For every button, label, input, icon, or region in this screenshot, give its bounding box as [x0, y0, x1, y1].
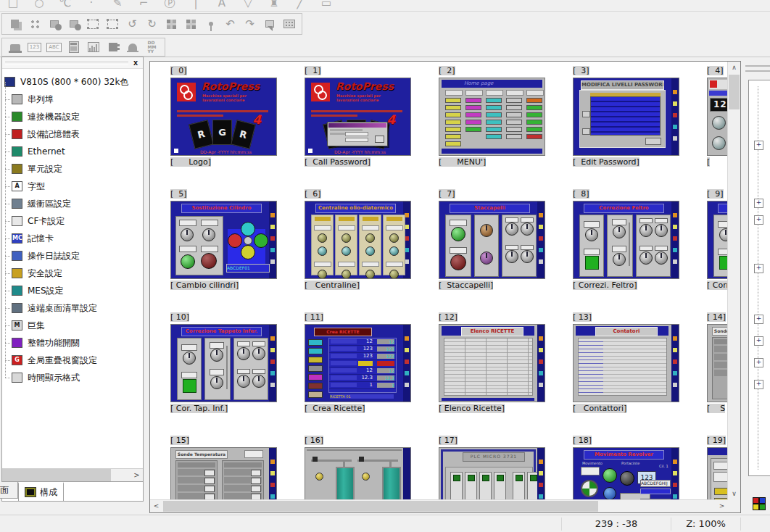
panel-grip[interactable]: [5, 62, 128, 65]
screen-thumbnail-image[interactable]: Contatori: [573, 324, 679, 402]
screen-thumbnail-image[interactable]: Crea RICETTE1212123123123123121212.312.3…: [305, 324, 411, 402]
screen-thumbnail-cell[interactable]: [ 13]Contatori[ Contattori]: [573, 312, 682, 414]
tree-item-mes-settings[interactable]: MES設定: [2, 282, 143, 299]
screen-thumbnail-cell[interactable]: [ 6]Centraline olio-diatermico[ Centrali…: [305, 189, 413, 291]
text-tool-icon[interactable]: A: [209, 0, 235, 12]
screen-thumbnail-cell[interactable]: [ 16]: [305, 436, 413, 500]
tree-expander-icon[interactable]: +: [754, 380, 763, 389]
panel-close-button[interactable]: x: [131, 57, 141, 67]
tree-expander-icon[interactable]: +: [754, 141, 763, 150]
connector-icon[interactable]: [103, 38, 123, 56]
screen-thumbnail-cell[interactable]: [ 18]Movimento RevolverMovimentoPortacin…: [573, 436, 682, 500]
screen-thumbnail-image[interactable]: [305, 447, 411, 500]
screen-thumbnail-image[interactable]: Staccapelli: [439, 201, 545, 279]
tree-item-remote-desktop-list[interactable]: 遠端桌面清單設定: [2, 299, 143, 317]
undo-icon[interactable]: ↶: [220, 15, 240, 33]
hscroll-thumb[interactable]: [2, 469, 111, 481]
temperature-tool-icon[interactable]: ℃: [52, 0, 78, 12]
tree-expander-icon[interactable]: +: [754, 358, 763, 367]
rotate-right-icon[interactable]: ↻: [142, 15, 162, 33]
send-to-back-icon[interactable]: [64, 15, 83, 33]
screen-thumbnail-image[interactable]: [707, 447, 728, 500]
tab-screen[interactable]: 面: [0, 482, 18, 499]
hscroll-thumb-main[interactable]: [163, 501, 598, 512]
graph-icon[interactable]: [83, 38, 103, 56]
screen-thumbnail-image[interactable]: PLC MICRO 3731: [439, 447, 545, 500]
tab-composition[interactable]: 構成: [18, 482, 64, 502]
screen-thumbnail-cell[interactable]: [ 0]RotoPressMacchine speciali per lavor…: [170, 66, 279, 167]
date-display-icon[interactable]: DDMMYY: [142, 38, 162, 56]
alarm-bell-icon[interactable]: [123, 38, 142, 56]
multi-copy-icon[interactable]: [25, 15, 44, 33]
rectangle-tool-icon[interactable]: □: [0, 0, 26, 12]
screen-thumbnail-image[interactable]: Correzione Feltro: [573, 201, 679, 279]
screen-thumbnail-cell[interactable]: [ 15]Sonde Temperatura: [170, 436, 279, 500]
line-tool-icon[interactable]: ╱: [287, 0, 313, 12]
bring-to-front-icon[interactable]: [44, 15, 64, 33]
screen-thumbnail-image[interactable]: Movimento RevolverMovimentoPortacinte123…: [573, 447, 679, 500]
screen-call-icon[interactable]: [279, 15, 299, 33]
tree-expander-icon[interactable]: +: [754, 215, 763, 225]
group-handles-icon[interactable]: [83, 15, 103, 33]
screen-thumbnail-cell[interactable]: [ 19]: [707, 436, 728, 500]
horizontal-scrollbar[interactable]: < >: [150, 499, 728, 512]
screen-thumbnail-cell[interactable]: [ 17]PLC MICRO 3731: [439, 436, 547, 500]
tree-item-macro[interactable]: M巨集: [2, 317, 143, 334]
scroll-down-button[interactable]: ∨: [728, 488, 740, 500]
vertical-scrollbar[interactable]: ∧ ∨: [727, 62, 740, 500]
tree-item-time-display-format[interactable]: 時間顯示格式: [2, 369, 143, 386]
format-brush-icon[interactable]: [201, 15, 220, 33]
select-window-icon[interactable]: [260, 15, 279, 33]
screen-thumbnail-cell[interactable]: [ 11]Crea RICETTE1212123123123123121212.…: [305, 312, 413, 414]
text-display-icon[interactable]: ABC: [44, 38, 64, 56]
tree-expander-icon[interactable]: +: [754, 315, 763, 324]
paste-object-icon[interactable]: [5, 15, 25, 33]
screen-thumbnail-cell[interactable]: [ 3]MODIFICA LIVELLI PASSWORD[ Edit Pass…: [573, 66, 682, 167]
ellipse-tool-icon[interactable]: ○: [26, 0, 52, 12]
screen-thumbnail-image[interactable]: RotoPressMacchine speciali per lavorazio…: [170, 78, 277, 156]
tree-item-font[interactable]: A字型: [2, 178, 143, 195]
stamp-tool-icon[interactable]: ♜: [261, 0, 287, 12]
scroll-right-button[interactable]: >: [716, 500, 728, 512]
tree-item-global-overlap-window[interactable]: G全局重疊視窗設定: [2, 352, 143, 369]
merge-grid-icon[interactable]: [181, 15, 201, 33]
tree-item-ethernet[interactable]: Ethernet: [2, 143, 143, 160]
colored-window-icon[interactable]: [753, 497, 767, 512]
box-tool-icon[interactable]: ▭: [313, 0, 339, 12]
circled-p-tool-icon[interactable]: Ⓟ: [157, 0, 183, 12]
splitter-grip[interactable]: [745, 65, 770, 72]
tree-item-security-settings[interactable]: 安全設定: [2, 265, 143, 282]
tree-item-global-function-switch[interactable]: 整體功能開關: [2, 334, 143, 352]
rotate-left-icon[interactable]: ↺: [123, 15, 142, 33]
numeric-display-icon[interactable]: 123: [25, 38, 44, 56]
screen-thumbnail-cell[interactable]: [ 4]123[: [707, 66, 728, 167]
dot-tool-icon[interactable]: ·: [78, 0, 104, 12]
project-panel-hscrollbar[interactable]: >: [2, 468, 143, 481]
bracket-tool-icon[interactable]: ⌐: [131, 0, 157, 12]
screen-thumbnail-cell[interactable]: [ 2]Home page[ MENU']: [439, 66, 547, 167]
tree-item-memory-card[interactable]: MC記憶卡: [2, 230, 143, 247]
screen-thumbnail-image[interactable]: Sonde Temperatura: [170, 447, 277, 500]
tree-item-operation-log[interactable]: 操作日誌設定: [2, 247, 143, 265]
tree-item-serial-port[interactable]: 串列埠: [2, 91, 143, 108]
split-grid-icon[interactable]: [162, 15, 181, 33]
screen-thumbnail-cell[interactable]: [ 9]Corre[ Corr.: [707, 189, 728, 291]
triangle-tool-icon[interactable]: ▽: [235, 0, 261, 12]
screen-thumbnail-image[interactable]: 123: [707, 78, 728, 156]
scroll-left-button[interactable]: <: [150, 500, 162, 512]
machine-icon[interactable]: [5, 38, 25, 56]
pen-tool-icon[interactable]: ✎: [104, 0, 131, 12]
tree-item-connection-settings[interactable]: 連接機器設定: [2, 108, 143, 125]
screen-thumbnail-image[interactable]: MODIFICA LIVELLI PASSWORD: [573, 78, 679, 156]
screen-thumbnail-cell[interactable]: [ 7]Staccapelli[ Staccapelli]: [439, 189, 547, 291]
tree-item-cf-card[interactable]: CF卡設定: [2, 212, 143, 230]
screen-thumbnail-cell[interactable]: [ 5]Sostituzione Cilindro ABCDEF01 [ Cam…: [170, 189, 279, 291]
redo-icon[interactable]: ↷: [240, 15, 260, 33]
screen-thumbnail-image[interactable]: Centraline olio-diatermico: [305, 201, 411, 279]
screen-thumbnail-cell[interactable]: [ 10]Correzione Tappeto Infer.[ Cor. Tap…: [170, 312, 279, 414]
tree-item-hmi-device[interactable]: V810S (800 * 600) 32k色: [2, 73, 143, 91]
screen-thumbnail-image[interactable]: Corre: [707, 201, 728, 279]
screen-thumbnail-cell[interactable]: [ 12]Elenco RICETTE[ Elenco Ricette]: [439, 312, 547, 414]
hscroll-right-button[interactable]: >: [131, 469, 143, 481]
screen-thumbnail-image[interactable]: Sostituzione Cilindro ABCDEF01: [170, 201, 277, 279]
